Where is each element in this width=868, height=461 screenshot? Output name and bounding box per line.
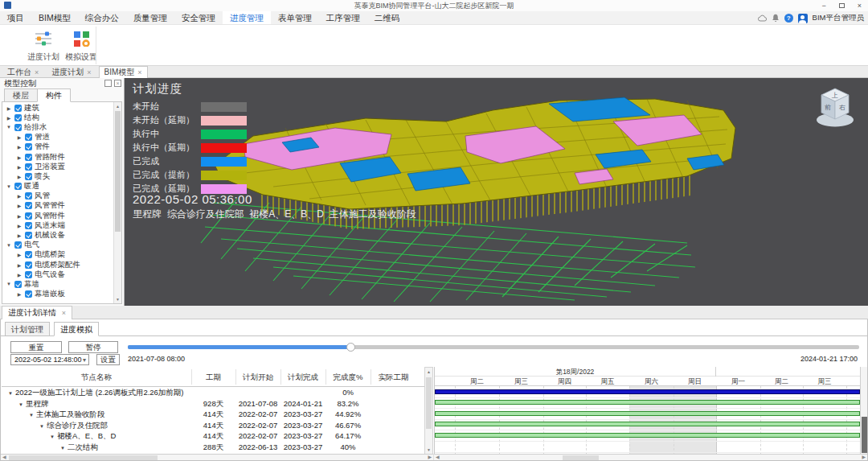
scroll-up-icon[interactable]: ▲ — [114, 102, 121, 110]
tree-node[interactable]: ▶电缆桥架配件 — [2, 260, 113, 270]
expand-icon[interactable]: ▶ — [16, 252, 23, 257]
gantt-bar[interactable] — [435, 411, 860, 416]
checkbox-checked[interactable] — [25, 173, 32, 180]
tree-node[interactable]: ▶管路附件 — [2, 152, 113, 162]
checkbox-checked[interactable] — [14, 183, 22, 190]
checkbox-checked[interactable] — [25, 271, 32, 278]
cube-face-front[interactable]: 前 — [825, 104, 831, 111]
table-scrollbar[interactable]: ▲ ▼ — [424, 367, 433, 455]
model-panel-tab[interactable]: 构件 — [37, 88, 71, 102]
expand-icon[interactable]: ▶ — [16, 144, 23, 150]
gantt-hscrollbar[interactable]: ◀ ▶ — [434, 454, 867, 460]
view-cube[interactable]: 上 前 右 — [812, 83, 858, 130]
simulation-settings-button[interactable]: 模拟设置 — [58, 31, 104, 63]
scroll-up-icon[interactable]: ▲ — [425, 368, 432, 376]
current-time-select[interactable]: 2022-05-02 12:48:00 ▾ — [10, 354, 89, 365]
collapse-icon[interactable]: ▼ — [29, 413, 34, 418]
collapse-icon[interactable]: ▼ — [6, 125, 12, 130]
checkbox-checked[interactable] — [25, 202, 32, 209]
close-icon[interactable]: × — [87, 68, 91, 76]
settings-button[interactable]: 设置 — [96, 354, 120, 365]
menu-item[interactable]: BIM模型 — [31, 11, 78, 24]
checkbox-checked[interactable] — [25, 143, 32, 150]
expand-icon[interactable]: ▶ — [16, 134, 23, 140]
doc-tab[interactable]: 进度计划× — [46, 66, 96, 78]
checkbox-checked[interactable] — [14, 281, 22, 288]
collapse-icon[interactable]: ▼ — [50, 434, 55, 439]
checkbox-checked[interactable] — [25, 154, 32, 161]
collapse-icon[interactable]: ▼ — [18, 402, 23, 407]
bell-icon[interactable] — [772, 14, 780, 23]
scrollbar-thumb[interactable] — [426, 377, 432, 429]
user-name[interactable]: BIM平台管理员 — [813, 13, 864, 23]
expand-icon[interactable]: ▶ — [16, 174, 23, 179]
reset-button[interactable]: 重置 — [10, 341, 62, 353]
tree-node[interactable]: ▼暖通 — [2, 182, 113, 191]
checkbox-checked[interactable] — [25, 222, 32, 229]
gantt-bar[interactable] — [435, 389, 860, 394]
gantt-bar[interactable] — [435, 422, 860, 426]
checkbox-checked[interactable] — [25, 192, 32, 200]
restore-panel-icon[interactable] — [104, 80, 112, 87]
tree-node[interactable]: ▶管道 — [2, 133, 113, 142]
gantt-bar[interactable] — [435, 400, 860, 405]
checkbox-checked[interactable] — [14, 114, 22, 121]
expand-icon[interactable]: ▶ — [16, 154, 23, 160]
expand-icon[interactable]: ▶ — [16, 272, 23, 278]
menu-item[interactable]: 综合办公 — [78, 11, 126, 24]
tree-node[interactable]: ▶电气设备 — [2, 270, 113, 279]
help-icon[interactable]: ? — [784, 14, 793, 23]
checkbox-checked[interactable] — [25, 261, 32, 269]
tree-node[interactable]: ▶风管附件 — [2, 211, 113, 220]
checkbox-checked[interactable] — [14, 241, 22, 249]
expand-icon[interactable]: ▶ — [16, 291, 23, 297]
collapse-icon[interactable]: ▼ — [6, 243, 12, 248]
scroll-left-icon[interactable]: ◀ — [2, 455, 6, 460]
cube-face-top[interactable]: 上 — [831, 92, 838, 99]
close-icon[interactable]: × — [137, 68, 141, 76]
expand-icon[interactable]: ▶ — [16, 223, 23, 228]
scroll-right-icon[interactable]: ▶ — [428, 455, 432, 460]
menu-item[interactable]: 质量管理 — [126, 11, 174, 24]
scrollbar-thumb[interactable] — [9, 455, 158, 460]
maximize-icon[interactable] — [839, 3, 845, 8]
tree-node[interactable]: ▶结构 — [2, 113, 113, 122]
close-icon[interactable]: × — [35, 68, 39, 76]
expand-icon[interactable]: ▶ — [16, 262, 23, 268]
tree-node[interactable]: ▼电气 — [2, 241, 113, 250]
tree-scrollbar[interactable]: ▲ ▼ — [113, 102, 121, 303]
tab-plan-management[interactable]: 计划管理 — [5, 322, 50, 336]
tree-node[interactable]: ▶机械设备 — [2, 230, 113, 240]
minimize-icon[interactable]: − — [821, 2, 825, 10]
scroll-left-icon[interactable]: ◀ — [436, 455, 440, 460]
scrollbar-thumb[interactable] — [115, 111, 121, 232]
checkbox-checked[interactable] — [25, 163, 32, 171]
checkbox-checked[interactable] — [25, 290, 32, 298]
expand-icon[interactable]: ▶ — [16, 193, 23, 199]
expand-icon[interactable]: ▶ — [16, 203, 23, 208]
cube-face-right[interactable]: 右 — [839, 104, 845, 111]
column-header[interactable]: 完成度% — [326, 367, 371, 387]
expand-icon[interactable]: ▶ — [6, 115, 12, 121]
collapse-icon[interactable]: ▼ — [8, 391, 13, 396]
pause-button[interactable]: 暂停 — [68, 341, 118, 353]
tree-node[interactable]: ▶建筑 — [2, 103, 113, 113]
checkbox-checked[interactable] — [14, 124, 22, 131]
expand-icon[interactable]: ▶ — [16, 233, 23, 238]
gantt-scrollbar[interactable] — [860, 367, 867, 455]
table-hscrollbar[interactable]: ◀ ▶ — [1, 454, 433, 460]
column-header[interactable]: 节点名称 — [2, 367, 191, 387]
viewport-3d[interactable]: 计划进度 未开始未开始（延期）执行中执行中（延期）已完成已完成（提前）已完成（延… — [125, 78, 868, 306]
collapse-icon[interactable]: ▼ — [39, 424, 44, 429]
collapse-icon[interactable]: ▼ — [6, 184, 12, 189]
scroll-down-icon[interactable]: ▼ — [425, 446, 432, 454]
table-row[interactable]: ▼裙楼A、E、B、D414天2022-02-072023-03-2764.17% — [2, 430, 424, 442]
tree-node[interactable]: ▶管件 — [2, 142, 113, 152]
tab-progress-simulation[interactable]: 进度模拟 — [54, 322, 99, 336]
checkbox-checked[interactable] — [25, 251, 32, 258]
schedule-detail-tab[interactable]: 进度计划详情 × — [2, 306, 72, 319]
collapse-icon[interactable]: ▼ — [6, 282, 12, 286]
expand-icon[interactable]: ▶ — [6, 105, 12, 111]
expand-icon[interactable]: ▶ — [16, 213, 23, 219]
scrollbar-thumb[interactable] — [862, 417, 867, 453]
